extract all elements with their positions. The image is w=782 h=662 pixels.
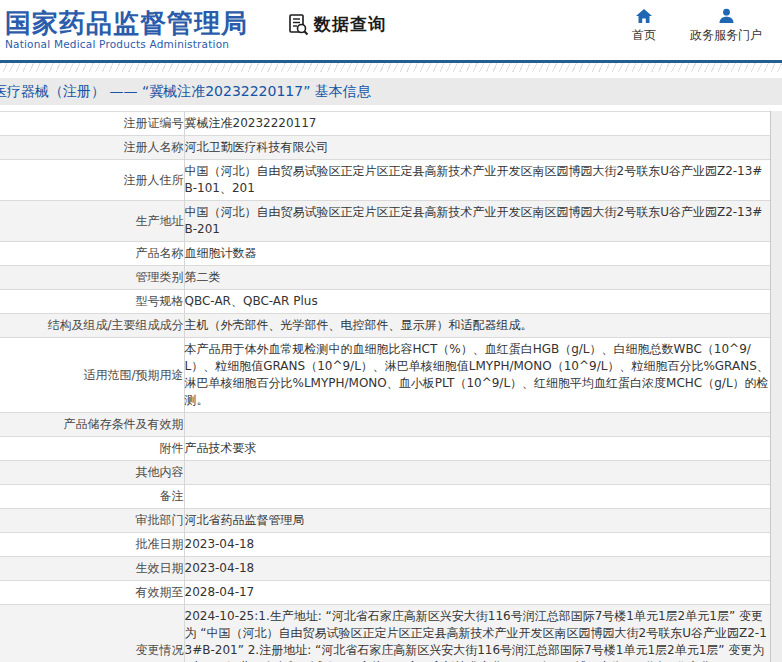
field-value: 第二类	[184, 266, 771, 290]
nav-portal[interactable]: 政务服务门户	[690, 8, 762, 44]
table-row: 生效日期2023-04-18	[0, 557, 771, 581]
field-label: 管理类别	[0, 266, 184, 290]
field-value: 2023-04-18	[184, 557, 771, 581]
field-value: 中国（河北）自由贸易试验区正定片区正定县高新技术产业开发区南区园博园大街2号联东…	[184, 160, 771, 201]
data-query-icon	[286, 12, 310, 36]
field-label: 备注	[0, 485, 184, 509]
logo-subtitle: National Medical Products Administration	[5, 38, 248, 50]
table-row: 批准日期2023-04-18	[0, 533, 771, 557]
field-label: 结构及组成/主要组成成分	[0, 314, 184, 338]
breadcrumb-bar: 医疗器械（注册） —— “冀械注准20232220117” 基本信息	[0, 78, 782, 105]
field-label: 注册证编号	[0, 112, 184, 136]
table-row: 变更情况2024-10-25:1.生产地址: “河北省石家庄高新区兴安大街116…	[0, 605, 771, 662]
table-row: 生产地址中国（河北）自由贸易试验区正定片区正定县高新技术产业开发区南区园博园大街…	[0, 201, 771, 242]
site-header: 国家药品监督管理局 National Medical Products Admi…	[0, 0, 782, 60]
field-label: 型号规格	[0, 290, 184, 314]
field-value: 产品技术要求	[184, 437, 771, 461]
field-label: 产品名称	[0, 242, 184, 266]
nav-portal-label: 政务服务门户	[690, 27, 762, 44]
table-row: 审批部门河北省药品监督管理局	[0, 509, 771, 533]
table-row: 注册人名称河北卫勤医疗科技有限公司	[0, 136, 771, 160]
field-value: 2023-04-18	[184, 533, 771, 557]
table-row: 其他内容	[0, 461, 771, 485]
field-value	[184, 413, 771, 437]
field-label: 审批部门	[0, 509, 184, 533]
table-row: 结构及组成/主要组成成分主机（外壳部件、光学部件、电控部件、显示屏）和适配器组成…	[0, 314, 771, 338]
table-row: 注册证编号冀械注准20232220117	[0, 112, 771, 136]
table-row: 有效期至2028-04-17	[0, 581, 771, 605]
nav-home-label: 首页	[632, 27, 656, 44]
field-value: 中国（河北）自由贸易试验区正定片区正定县高新技术产业开发区南区园博园大街2号联东…	[184, 201, 771, 242]
field-label: 其他内容	[0, 461, 184, 485]
field-value: 河北卫勤医疗科技有限公司	[184, 136, 771, 160]
table-row: 附件产品技术要求	[0, 437, 771, 461]
field-value: 主机（外壳部件、光学部件、电控部件、显示屏）和适配器组成。	[184, 314, 771, 338]
field-label: 适用范围/预期用途	[0, 338, 184, 413]
field-label: 注册人名称	[0, 136, 184, 160]
table-row: 备注	[0, 485, 771, 509]
field-value: QBC-AR、QBC-AR Plus	[184, 290, 771, 314]
field-value: 血细胞计数器	[184, 242, 771, 266]
nmpa-logo: 国家药品监督管理局 National Medical Products Admi…	[5, 9, 248, 50]
field-value: 本产品用于体外血常规检测中的血细胞比容HCT（%）、血红蛋白HGB（g/L）、白…	[184, 338, 771, 413]
breadcrumb: 医疗器械（注册） —— “冀械注准20232220117” 基本信息	[0, 83, 371, 101]
field-value: 冀械注准20232220117	[184, 112, 771, 136]
user-icon	[718, 8, 735, 24]
nav-home[interactable]: 首页	[632, 8, 656, 44]
content-area: 注册证编号冀械注准20232220117注册人名称河北卫勤医疗科技有限公司注册人…	[0, 111, 782, 662]
stripe-band	[0, 63, 782, 72]
table-row: 产品储存条件及有效期	[0, 413, 771, 437]
field-value: 2028-04-17	[184, 581, 771, 605]
table-row: 适用范围/预期用途本产品用于体外血常规检测中的血细胞比容HCT（%）、血红蛋白H…	[0, 338, 771, 413]
table-row: 产品名称血细胞计数器	[0, 242, 771, 266]
field-label: 有效期至	[0, 581, 184, 605]
data-query-title: 数据查询	[286, 12, 386, 36]
info-table-body: 注册证编号冀械注准20232220117注册人名称河北卫勤医疗科技有限公司注册人…	[0, 112, 771, 662]
field-label: 注册人住所	[0, 160, 184, 201]
field-value	[184, 461, 771, 485]
home-icon	[635, 8, 653, 24]
field-label: 变更情况	[0, 605, 184, 662]
field-value: 河北省药品监督管理局	[184, 509, 771, 533]
field-label: 批准日期	[0, 533, 184, 557]
table-row: 注册人住所中国（河北）自由贸易试验区正定片区正定县高新技术产业开发区南区园博园大…	[0, 160, 771, 201]
field-value	[184, 485, 771, 509]
field-label: 生效日期	[0, 557, 184, 581]
table-row: 型号规格QBC-AR、QBC-AR Plus	[0, 290, 771, 314]
field-label: 附件	[0, 437, 184, 461]
registration-info-table: 注册证编号冀械注准20232220117注册人名称河北卫勤医疗科技有限公司注册人…	[0, 111, 771, 662]
header-nav: 首页 政务服务门户	[632, 8, 762, 44]
field-value: 2024-10-25:1.生产地址: “河北省石家庄高新区兴安大街116号润江总…	[184, 605, 771, 662]
data-query-label: 数据查询	[314, 13, 386, 36]
table-row: 管理类别第二类	[0, 266, 771, 290]
logo-title: 国家药品监督管理局	[5, 9, 248, 37]
field-label: 生产地址	[0, 201, 184, 242]
field-label: 产品储存条件及有效期	[0, 413, 184, 437]
